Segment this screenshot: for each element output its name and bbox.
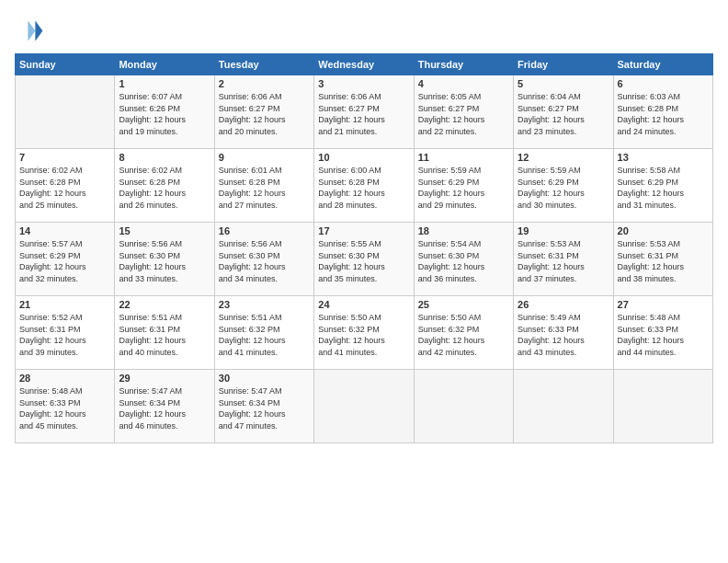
calendar-header-row: SundayMondayTuesdayWednesdayThursdayFrid…: [16, 54, 713, 75]
calendar-cell: 2Sunrise: 6:06 AM Sunset: 6:27 PM Daylig…: [214, 75, 313, 149]
calendar-cell: 28Sunrise: 5:48 AM Sunset: 6:33 PM Dayli…: [16, 370, 115, 443]
calendar-cell: 30Sunrise: 5:47 AM Sunset: 6:34 PM Dayli…: [214, 370, 313, 443]
day-number: 9: [219, 152, 310, 163]
day-number: 1: [119, 78, 210, 89]
day-info: Sunrise: 5:48 AM Sunset: 6:33 PM Dayligh…: [618, 312, 709, 358]
calendar-cell: 6Sunrise: 6:03 AM Sunset: 6:28 PM Daylig…: [613, 75, 712, 149]
day-info: Sunrise: 5:54 AM Sunset: 6:30 PM Dayligh…: [418, 238, 509, 284]
calendar-cell: 25Sunrise: 5:50 AM Sunset: 6:32 PM Dayli…: [414, 296, 513, 370]
col-header-wednesday: Wednesday: [314, 54, 414, 75]
day-info: Sunrise: 5:47 AM Sunset: 6:34 PM Dayligh…: [119, 385, 210, 431]
day-number: 18: [418, 225, 509, 236]
calendar-week-5: 28Sunrise: 5:48 AM Sunset: 6:33 PM Dayli…: [16, 370, 713, 443]
day-info: Sunrise: 6:02 AM Sunset: 6:28 PM Dayligh…: [19, 165, 110, 211]
day-number: 11: [418, 152, 509, 163]
calendar-cell: 4Sunrise: 6:05 AM Sunset: 6:27 PM Daylig…: [414, 75, 513, 149]
calendar-cell: 15Sunrise: 5:56 AM Sunset: 6:30 PM Dayli…: [115, 223, 214, 296]
svg-marker-0: [35, 20, 42, 40]
calendar-cell: [613, 370, 712, 443]
day-info: Sunrise: 6:00 AM Sunset: 6:28 PM Dayligh…: [318, 165, 409, 211]
calendar-cell: 18Sunrise: 5:54 AM Sunset: 6:30 PM Dayli…: [414, 223, 513, 296]
calendar-cell: 20Sunrise: 5:53 AM Sunset: 6:31 PM Dayli…: [613, 223, 712, 296]
day-number: 28: [19, 373, 110, 384]
day-info: Sunrise: 5:49 AM Sunset: 6:33 PM Dayligh…: [518, 312, 609, 358]
calendar-cell: 17Sunrise: 5:55 AM Sunset: 6:30 PM Dayli…: [314, 223, 414, 296]
page: SundayMondayTuesdayWednesdayThursdayFrid…: [0, 0, 728, 563]
calendar-cell: 9Sunrise: 6:01 AM Sunset: 6:28 PM Daylig…: [214, 149, 313, 223]
calendar-cell: [514, 370, 613, 443]
day-info: Sunrise: 5:50 AM Sunset: 6:32 PM Dayligh…: [318, 312, 409, 358]
day-number: 27: [618, 299, 709, 310]
calendar-cell: [16, 75, 115, 149]
day-number: 29: [119, 373, 210, 384]
calendar-cell: 29Sunrise: 5:47 AM Sunset: 6:34 PM Dayli…: [115, 370, 214, 443]
col-header-monday: Monday: [115, 54, 214, 75]
day-number: 22: [119, 299, 210, 310]
day-number: 24: [318, 299, 409, 310]
day-number: 25: [418, 299, 509, 310]
calendar-cell: 7Sunrise: 6:02 AM Sunset: 6:28 PM Daylig…: [16, 149, 115, 223]
day-number: 4: [418, 78, 509, 89]
day-info: Sunrise: 6:04 AM Sunset: 6:27 PM Dayligh…: [518, 91, 609, 137]
day-info: Sunrise: 5:51 AM Sunset: 6:32 PM Dayligh…: [219, 312, 310, 358]
calendar-cell: 16Sunrise: 5:56 AM Sunset: 6:30 PM Dayli…: [214, 223, 313, 296]
col-header-thursday: Thursday: [414, 54, 513, 75]
day-number: 21: [19, 299, 110, 310]
day-number: 16: [219, 225, 310, 236]
day-info: Sunrise: 6:01 AM Sunset: 6:28 PM Dayligh…: [219, 165, 310, 211]
day-number: 2: [219, 78, 310, 89]
calendar-cell: 21Sunrise: 5:52 AM Sunset: 6:31 PM Dayli…: [16, 296, 115, 370]
day-number: 23: [219, 299, 310, 310]
day-number: 8: [119, 152, 210, 163]
calendar-cell: 27Sunrise: 5:48 AM Sunset: 6:33 PM Dayli…: [613, 296, 712, 370]
calendar-cell: 22Sunrise: 5:51 AM Sunset: 6:31 PM Dayli…: [115, 296, 214, 370]
calendar-cell: 12Sunrise: 5:59 AM Sunset: 6:29 PM Dayli…: [514, 149, 613, 223]
col-header-friday: Friday: [514, 54, 613, 75]
calendar-week-3: 14Sunrise: 5:57 AM Sunset: 6:29 PM Dayli…: [16, 223, 713, 296]
day-number: 30: [219, 373, 310, 384]
day-number: 14: [19, 225, 110, 236]
col-header-saturday: Saturday: [613, 54, 712, 75]
calendar-cell: 8Sunrise: 6:02 AM Sunset: 6:28 PM Daylig…: [115, 149, 214, 223]
calendar-cell: 19Sunrise: 5:53 AM Sunset: 6:31 PM Dayli…: [514, 223, 613, 296]
calendar-cell: [314, 370, 414, 443]
logo-icon: [15, 15, 44, 44]
day-number: 12: [518, 152, 609, 163]
col-header-tuesday: Tuesday: [214, 54, 313, 75]
calendar-week-1: 1Sunrise: 6:07 AM Sunset: 6:26 PM Daylig…: [16, 75, 713, 149]
day-info: Sunrise: 5:59 AM Sunset: 6:29 PM Dayligh…: [518, 165, 609, 211]
day-number: 13: [618, 152, 709, 163]
calendar-cell: [414, 370, 513, 443]
day-info: Sunrise: 5:52 AM Sunset: 6:31 PM Dayligh…: [19, 312, 110, 358]
day-info: Sunrise: 6:05 AM Sunset: 6:27 PM Dayligh…: [418, 91, 509, 137]
day-info: Sunrise: 5:58 AM Sunset: 6:29 PM Dayligh…: [618, 165, 709, 211]
header: [15, 15, 713, 44]
calendar-cell: 26Sunrise: 5:49 AM Sunset: 6:33 PM Dayli…: [514, 296, 613, 370]
day-number: 15: [119, 225, 210, 236]
logo: [15, 15, 46, 44]
calendar-cell: 13Sunrise: 5:58 AM Sunset: 6:29 PM Dayli…: [613, 149, 712, 223]
day-info: Sunrise: 5:51 AM Sunset: 6:31 PM Dayligh…: [119, 312, 210, 358]
day-info: Sunrise: 6:07 AM Sunset: 6:26 PM Dayligh…: [119, 91, 210, 137]
day-info: Sunrise: 5:55 AM Sunset: 6:30 PM Dayligh…: [318, 238, 409, 284]
day-info: Sunrise: 5:56 AM Sunset: 6:30 PM Dayligh…: [119, 238, 210, 284]
day-info: Sunrise: 6:06 AM Sunset: 6:27 PM Dayligh…: [318, 91, 409, 137]
calendar-week-2: 7Sunrise: 6:02 AM Sunset: 6:28 PM Daylig…: [16, 149, 713, 223]
day-number: 5: [518, 78, 609, 89]
calendar-table: SundayMondayTuesdayWednesdayThursdayFrid…: [15, 53, 713, 443]
calendar-cell: 24Sunrise: 5:50 AM Sunset: 6:32 PM Dayli…: [314, 296, 414, 370]
day-number: 19: [518, 225, 609, 236]
day-info: Sunrise: 5:48 AM Sunset: 6:33 PM Dayligh…: [19, 385, 110, 431]
calendar-cell: 11Sunrise: 5:59 AM Sunset: 6:29 PM Dayli…: [414, 149, 513, 223]
day-info: Sunrise: 5:50 AM Sunset: 6:32 PM Dayligh…: [418, 312, 509, 358]
day-info: Sunrise: 5:53 AM Sunset: 6:31 PM Dayligh…: [618, 238, 709, 284]
day-number: 26: [518, 299, 609, 310]
calendar-cell: 23Sunrise: 5:51 AM Sunset: 6:32 PM Dayli…: [214, 296, 313, 370]
day-info: Sunrise: 6:06 AM Sunset: 6:27 PM Dayligh…: [219, 91, 310, 137]
day-info: Sunrise: 5:57 AM Sunset: 6:29 PM Dayligh…: [19, 238, 110, 284]
calendar-cell: 5Sunrise: 6:04 AM Sunset: 6:27 PM Daylig…: [514, 75, 613, 149]
calendar-cell: 10Sunrise: 6:00 AM Sunset: 6:28 PM Dayli…: [314, 149, 414, 223]
calendar-week-4: 21Sunrise: 5:52 AM Sunset: 6:31 PM Dayli…: [16, 296, 713, 370]
day-info: Sunrise: 5:47 AM Sunset: 6:34 PM Dayligh…: [219, 385, 310, 431]
day-number: 10: [318, 152, 409, 163]
